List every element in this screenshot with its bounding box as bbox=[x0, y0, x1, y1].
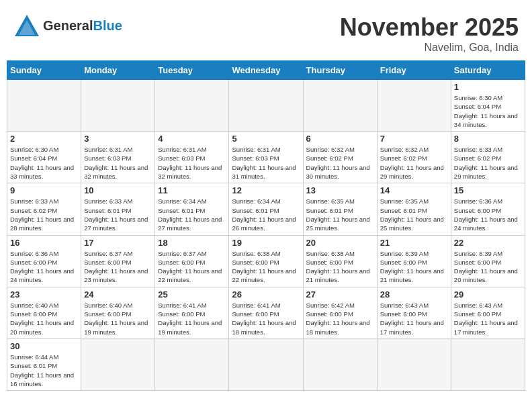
day-info: Sunrise: 6:35 AM Sunset: 6:01 PM Dayligh… bbox=[380, 197, 448, 232]
calendar-cell: 7Sunrise: 6:32 AM Sunset: 6:02 PM Daylig… bbox=[377, 132, 451, 183]
calendar-table: SundayMondayTuesdayWednesdayThursdayFrid… bbox=[7, 60, 525, 391]
calendar-cell: 10Sunrise: 6:33 AM Sunset: 6:01 PM Dayli… bbox=[81, 183, 155, 235]
day-number: 10 bbox=[84, 185, 152, 195]
day-number: 16 bbox=[10, 238, 78, 248]
day-number: 19 bbox=[232, 238, 300, 248]
location-subtitle: Navelim, Goa, India bbox=[340, 42, 519, 54]
calendar-cell: 16Sunrise: 6:36 AM Sunset: 6:00 PM Dayli… bbox=[7, 235, 81, 287]
day-info: Sunrise: 6:40 AM Sunset: 6:00 PM Dayligh… bbox=[84, 301, 152, 336]
calendar-cell bbox=[81, 80, 155, 132]
calendar-cell: 29Sunrise: 6:43 AM Sunset: 6:00 PM Dayli… bbox=[451, 287, 525, 338]
day-info: Sunrise: 6:36 AM Sunset: 6:00 PM Dayligh… bbox=[10, 249, 78, 285]
calendar-week-row: 2Sunrise: 6:30 AM Sunset: 6:04 PM Daylig… bbox=[7, 132, 525, 183]
title-area: November 2025 Navelim, Goa, India bbox=[340, 13, 519, 54]
day-info: Sunrise: 6:39 AM Sunset: 6:00 PM Dayligh… bbox=[380, 249, 448, 285]
calendar-cell bbox=[377, 80, 451, 132]
day-number: 18 bbox=[158, 238, 226, 248]
day-info: Sunrise: 6:33 AM Sunset: 6:01 PM Dayligh… bbox=[84, 197, 152, 232]
calendar-cell: 5Sunrise: 6:31 AM Sunset: 6:03 PM Daylig… bbox=[229, 132, 303, 183]
weekday-header-tuesday: Tuesday bbox=[155, 61, 229, 80]
calendar-cell: 1Sunrise: 6:30 AM Sunset: 6:04 PM Daylig… bbox=[451, 80, 525, 132]
calendar-cell: 21Sunrise: 6:39 AM Sunset: 6:00 PM Dayli… bbox=[377, 235, 451, 287]
day-number: 13 bbox=[306, 185, 374, 195]
weekday-header-saturday: Saturday bbox=[451, 61, 525, 80]
day-info: Sunrise: 6:31 AM Sunset: 6:03 PM Dayligh… bbox=[84, 145, 152, 181]
day-info: Sunrise: 6:38 AM Sunset: 6:00 PM Dayligh… bbox=[232, 249, 300, 285]
calendar-cell bbox=[229, 80, 303, 132]
weekday-header-thursday: Thursday bbox=[303, 61, 377, 80]
calendar-cell bbox=[155, 80, 229, 132]
calendar-cell: 27Sunrise: 6:42 AM Sunset: 6:00 PM Dayli… bbox=[303, 287, 377, 338]
day-info: Sunrise: 6:40 AM Sunset: 6:00 PM Dayligh… bbox=[10, 301, 78, 336]
day-number: 21 bbox=[380, 238, 448, 248]
day-info: Sunrise: 6:34 AM Sunset: 6:01 PM Dayligh… bbox=[158, 197, 226, 232]
day-info: Sunrise: 6:32 AM Sunset: 6:02 PM Dayligh… bbox=[306, 145, 374, 181]
day-number: 15 bbox=[454, 185, 522, 195]
calendar-cell: 13Sunrise: 6:35 AM Sunset: 6:01 PM Dayli… bbox=[303, 183, 377, 235]
day-number: 29 bbox=[454, 289, 522, 300]
weekday-header-wednesday: Wednesday bbox=[229, 61, 303, 80]
calendar-cell bbox=[377, 338, 451, 390]
calendar-cell: 17Sunrise: 6:37 AM Sunset: 6:00 PM Dayli… bbox=[81, 235, 155, 287]
calendar-cell: 4Sunrise: 6:31 AM Sunset: 6:03 PM Daylig… bbox=[155, 132, 229, 183]
day-number: 25 bbox=[158, 289, 226, 300]
calendar-week-row: 30Sunrise: 6:44 AM Sunset: 6:01 PM Dayli… bbox=[7, 338, 525, 390]
day-info: Sunrise: 6:39 AM Sunset: 6:00 PM Dayligh… bbox=[454, 249, 522, 285]
day-number: 30 bbox=[10, 341, 78, 351]
day-info: Sunrise: 6:44 AM Sunset: 6:01 PM Dayligh… bbox=[10, 353, 78, 388]
day-number: 9 bbox=[10, 185, 78, 195]
day-number: 27 bbox=[306, 289, 374, 300]
calendar-cell: 14Sunrise: 6:35 AM Sunset: 6:01 PM Dayli… bbox=[377, 183, 451, 235]
day-info: Sunrise: 6:43 AM Sunset: 6:00 PM Dayligh… bbox=[454, 301, 522, 336]
calendar-cell: 11Sunrise: 6:34 AM Sunset: 6:01 PM Dayli… bbox=[155, 183, 229, 235]
day-number: 2 bbox=[10, 134, 78, 144]
day-number: 6 bbox=[306, 134, 374, 144]
day-number: 17 bbox=[84, 238, 152, 248]
day-info: Sunrise: 6:42 AM Sunset: 6:00 PM Dayligh… bbox=[306, 301, 374, 336]
calendar-cell bbox=[303, 338, 377, 390]
calendar-cell: 28Sunrise: 6:43 AM Sunset: 6:00 PM Dayli… bbox=[377, 287, 451, 338]
calendar-cell: 19Sunrise: 6:38 AM Sunset: 6:00 PM Dayli… bbox=[229, 235, 303, 287]
calendar-cell: 24Sunrise: 6:40 AM Sunset: 6:00 PM Dayli… bbox=[81, 287, 155, 338]
calendar-cell: 6Sunrise: 6:32 AM Sunset: 6:02 PM Daylig… bbox=[303, 132, 377, 183]
weekday-header-row: SundayMondayTuesdayWednesdayThursdayFrid… bbox=[7, 61, 525, 80]
calendar-cell: 23Sunrise: 6:40 AM Sunset: 6:00 PM Dayli… bbox=[7, 287, 81, 338]
calendar-week-row: 9Sunrise: 6:33 AM Sunset: 6:02 PM Daylig… bbox=[7, 183, 525, 235]
day-number: 11 bbox=[158, 185, 226, 195]
weekday-header-friday: Friday bbox=[377, 61, 451, 80]
calendar-cell: 9Sunrise: 6:33 AM Sunset: 6:02 PM Daylig… bbox=[7, 183, 81, 235]
day-info: Sunrise: 6:41 AM Sunset: 6:00 PM Dayligh… bbox=[232, 301, 300, 336]
calendar-cell: 22Sunrise: 6:39 AM Sunset: 6:00 PM Dayli… bbox=[451, 235, 525, 287]
logo: GeneralBlue bbox=[13, 13, 122, 38]
day-number: 1 bbox=[454, 82, 522, 92]
day-info: Sunrise: 6:41 AM Sunset: 6:00 PM Dayligh… bbox=[158, 301, 226, 336]
day-info: Sunrise: 6:36 AM Sunset: 6:00 PM Dayligh… bbox=[454, 197, 522, 232]
logo-text: GeneralBlue bbox=[43, 18, 122, 33]
calendar-cell bbox=[451, 338, 525, 390]
calendar-cell: 8Sunrise: 6:33 AM Sunset: 6:02 PM Daylig… bbox=[451, 132, 525, 183]
day-number: 28 bbox=[380, 289, 448, 300]
day-number: 14 bbox=[380, 185, 448, 195]
day-info: Sunrise: 6:30 AM Sunset: 6:04 PM Dayligh… bbox=[10, 145, 78, 181]
month-title: November 2025 bbox=[340, 13, 519, 42]
day-info: Sunrise: 6:32 AM Sunset: 6:02 PM Dayligh… bbox=[380, 145, 448, 181]
calendar-week-row: 1Sunrise: 6:30 AM Sunset: 6:04 PM Daylig… bbox=[7, 80, 525, 132]
day-info: Sunrise: 6:33 AM Sunset: 6:02 PM Dayligh… bbox=[10, 197, 78, 232]
calendar-week-row: 16Sunrise: 6:36 AM Sunset: 6:00 PM Dayli… bbox=[7, 235, 525, 287]
weekday-header-monday: Monday bbox=[81, 61, 155, 80]
logo-icon bbox=[13, 13, 40, 38]
calendar-cell bbox=[155, 338, 229, 390]
day-number: 5 bbox=[232, 134, 300, 144]
calendar-cell: 3Sunrise: 6:31 AM Sunset: 6:03 PM Daylig… bbox=[81, 132, 155, 183]
calendar-cell bbox=[303, 80, 377, 132]
calendar-cell bbox=[229, 338, 303, 390]
calendar-cell: 2Sunrise: 6:30 AM Sunset: 6:04 PM Daylig… bbox=[7, 132, 81, 183]
day-info: Sunrise: 6:37 AM Sunset: 6:00 PM Dayligh… bbox=[158, 249, 226, 285]
day-info: Sunrise: 6:33 AM Sunset: 6:02 PM Dayligh… bbox=[454, 145, 522, 181]
calendar-cell bbox=[7, 80, 81, 132]
calendar-week-row: 23Sunrise: 6:40 AM Sunset: 6:00 PM Dayli… bbox=[7, 287, 525, 338]
day-info: Sunrise: 6:31 AM Sunset: 6:03 PM Dayligh… bbox=[232, 145, 300, 181]
day-info: Sunrise: 6:34 AM Sunset: 6:01 PM Dayligh… bbox=[232, 197, 300, 232]
calendar-cell: 20Sunrise: 6:38 AM Sunset: 6:00 PM Dayli… bbox=[303, 235, 377, 287]
calendar-cell: 30Sunrise: 6:44 AM Sunset: 6:01 PM Dayli… bbox=[7, 338, 81, 390]
